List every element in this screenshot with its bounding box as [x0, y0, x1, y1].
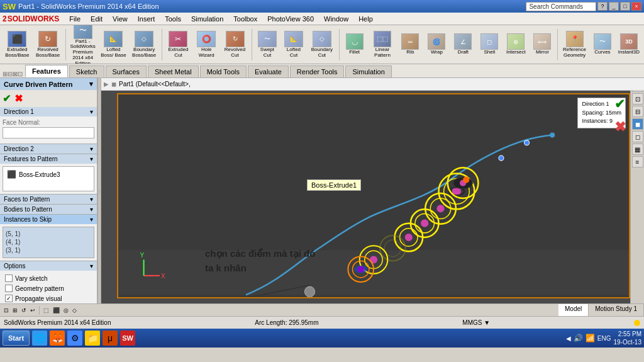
tray-arrow[interactable]: ◀ — [566, 335, 571, 342]
rs-icon-5[interactable]: ◻ — [632, 131, 643, 142]
sep3 — [252, 29, 252, 60]
sep4 — [339, 29, 340, 60]
feature-item-boss-extrude3[interactable]: ⬛ Boss-Extrude3 — [6, 169, 91, 179]
sep1 — [65, 29, 66, 60]
linear-pattern-btn[interactable]: ⬚⬚ Linear Pattern — [369, 30, 397, 60]
menu-insert[interactable]: Insert — [133, 14, 160, 24]
rs-icon-4[interactable]: ◼ — [632, 118, 643, 130]
instant3d-btn[interactable]: 3D Instant3D — [616, 32, 641, 57]
skip-item-1[interactable]: (4, 1) — [6, 238, 91, 246]
extruded-cut-btn[interactable]: ✂ Extruded Cut — [164, 30, 192, 60]
bt-icon-1[interactable]: ⊡ — [3, 307, 10, 314]
taskbar-sw-icon[interactable]: SW — [120, 331, 135, 346]
bt-icon-7[interactable]: ◎ — [62, 307, 70, 314]
menu-edit[interactable]: Edit — [86, 14, 108, 24]
lofted-boss-btn[interactable]: 📐 Lofted Boss/ Base — [99, 30, 128, 60]
taskbar-ie-icon[interactable]: 🌐 — [32, 331, 47, 346]
menu-photoview[interactable]: PhotoView 360 — [262, 14, 319, 24]
motion-study-tab[interactable]: Motion Study 1 — [589, 304, 644, 316]
taskbar-chrome-icon[interactable]: ⚙ — [67, 331, 82, 346]
maximize-btn[interactable]: □ — [620, 2, 630, 11]
viewport[interactable]: ▶ ◼ Part1 (Default<<Default>, — [101, 78, 644, 303]
rib-btn[interactable]: ═ Rib — [397, 32, 423, 57]
rs-icon-6[interactable]: ▦ — [632, 144, 643, 155]
taskbar-files-icon[interactable]: 📁 — [85, 331, 100, 346]
swept-cut-btn[interactable]: 〜 Swept Cut — [255, 30, 280, 60]
options-header[interactable]: Options ▾ — [0, 261, 97, 271]
confirm-x-btn[interactable]: ✖ — [14, 93, 23, 105]
features-to-pattern-header[interactable]: Features to Pattern ▾ — [0, 154, 97, 164]
status-indicator — [634, 320, 640, 326]
menu-help[interactable]: Help — [353, 14, 378, 24]
bt-icon-4[interactable]: ↩ — [29, 307, 36, 314]
intersect-btn[interactable]: ⊕ Intersect — [503, 32, 528, 57]
tab-surfaces[interactable]: Surfaces — [106, 65, 147, 77]
bodies-to-pattern-header[interactable]: Bodies to Pattern ▾ — [0, 205, 97, 214]
bt-icon-8[interactable]: ◇ — [71, 307, 78, 314]
hole-wizard-btn[interactable]: ⭕ Hole Wizard — [193, 30, 219, 60]
taskbar-utorrent-icon[interactable]: μ — [103, 331, 118, 346]
shell-btn[interactable]: ◻ Shell — [477, 32, 502, 57]
viewport-confirm-x[interactable]: ✖ — [614, 120, 626, 134]
menu-simulation[interactable]: Simulation — [186, 14, 228, 24]
bottom-area: ⊡ ⊞ ↺ ↩ ⬚ ⬛ ◎ ◇ Model Motion Study 1 — [0, 303, 644, 316]
curves-btn[interactable]: 〜 Curves — [590, 32, 615, 57]
skip-item-0[interactable]: (5, 1) — [6, 230, 91, 238]
fillet-btn[interactable]: ◡ Fillet — [342, 32, 367, 57]
draft-btn[interactable]: ∠ Draft — [450, 32, 475, 57]
faces-to-pattern-header[interactable]: Faces to Pattern ▾ — [0, 195, 97, 204]
language-indicator[interactable]: ENG — [597, 335, 611, 342]
confirm-ok-btn[interactable]: ✔ — [3, 93, 11, 105]
wrap-btn[interactable]: 🌀 Wrap — [424, 32, 449, 57]
rs-icon-7[interactable]: ≡ — [632, 156, 643, 167]
options-arrow: ▾ — [90, 263, 93, 269]
lofted-cut-btn[interactable]: 📐 Lofted Cut — [281, 30, 306, 60]
revolved-boss-btn[interactable]: ↻ Revolved Boss/Base — [33, 30, 63, 60]
swept-boss-btn[interactable]: 〜 Part1 - SolidWorks Premium 2014 x64 Ed… — [68, 25, 97, 64]
menu-view[interactable]: View — [108, 14, 133, 24]
direction1-label: Direction 1 — [4, 108, 34, 115]
search-box[interactable]: Search Commands — [526, 2, 596, 11]
bodies-to-pattern-label: Bodies to Pattern — [4, 206, 52, 213]
menu-window[interactable]: Window — [319, 14, 353, 24]
bt-icon-6[interactable]: ⬛ — [52, 307, 61, 314]
geometry-pattern-checkbox[interactable] — [5, 285, 13, 292]
menu-toolbox[interactable]: Toolbox — [228, 14, 262, 24]
direction2-header[interactable]: Direction 2 ▾ — [0, 144, 97, 154]
face-normal-input[interactable] — [3, 127, 94, 139]
tab-sketch[interactable]: Sketch — [69, 65, 104, 77]
skip-item-2[interactable]: (3, 1) — [6, 246, 91, 254]
start-button[interactable]: Start — [3, 331, 30, 346]
tab-simulation[interactable]: Simulation — [345, 65, 391, 77]
bt-icon-3[interactable]: ↺ — [20, 307, 28, 314]
model-tab[interactable]: Model — [558, 304, 589, 316]
mirror-btn[interactable]: ⟺ Mirror — [530, 32, 555, 57]
revolved-cut-btn[interactable]: ↻ Revolved Cut — [221, 30, 249, 60]
rs-icon-3[interactable]: ⊟ — [632, 106, 643, 117]
direction1-header[interactable]: Direction 1 ▾ — [0, 107, 97, 116]
boundary-boss-btn[interactable]: ◇ Boundary Boss/Base — [130, 30, 159, 60]
instances-to-skip-header[interactable]: Instances to Skip ▾ — [0, 215, 97, 224]
tab-mold-tools[interactable]: Mold Tools — [200, 65, 247, 77]
propagate-visual-checkbox[interactable] — [5, 295, 13, 302]
menu-file[interactable]: File — [64, 14, 86, 24]
panel-collapse-icon[interactable]: ▾ — [89, 80, 93, 88]
viewport-confirm-ok[interactable]: ✔ — [614, 98, 626, 110]
close-btn[interactable]: × — [631, 2, 641, 11]
vary-sketch-checkbox[interactable] — [5, 274, 13, 282]
rs-icon-2[interactable]: ⊡ — [632, 93, 643, 105]
tab-render-tools[interactable]: Render Tools — [290, 65, 345, 77]
bt-icon-5[interactable]: ⬚ — [42, 307, 50, 314]
reference-geometry-btn[interactable]: 📍 Reference Geometry — [560, 30, 589, 60]
taskbar-firefox-icon[interactable]: 🦊 — [50, 331, 65, 346]
tab-sheet-metal[interactable]: Sheet Metal — [148, 65, 199, 77]
help-btn[interactable]: ? — [597, 2, 608, 11]
extruded-boss-btn[interactable]: ⬛ Extruded Boss/Base — [3, 30, 32, 60]
boundary-cut-btn[interactable]: ◇ Boundary Cut — [308, 30, 336, 60]
tab-evaluate[interactable]: Evaluate — [248, 65, 289, 77]
bt-icon-2[interactable]: ⊞ — [11, 307, 19, 314]
tab-features[interactable]: Features — [25, 65, 68, 77]
minimize-btn[interactable]: _ — [609, 2, 619, 11]
scene-area[interactable]: X Y Direction 1 Spacing: 15mm Instances:… — [117, 93, 630, 298]
menu-tools[interactable]: Tools — [160, 14, 186, 24]
